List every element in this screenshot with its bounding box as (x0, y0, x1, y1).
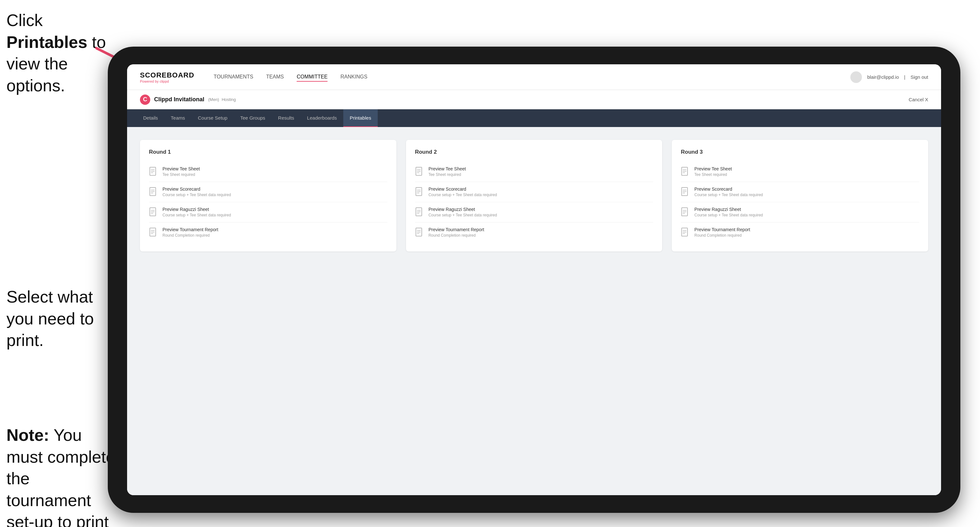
round-3-tee-sheet-subtitle: Tee Sheet required (694, 172, 732, 177)
round-1-scorecard-title: Preview Scorecard (162, 186, 231, 192)
tab-teams[interactable]: Teams (164, 110, 191, 127)
round-2-section: Round 2 Preview Tee Sheet Tee Sheet requ… (406, 140, 662, 251)
round-1-raguzzi-subtitle: Course setup + Tee Sheet data required (162, 213, 231, 217)
tab-details[interactable]: Details (137, 110, 164, 127)
rounds-grid: Round 1 Preview Tee Sheet Tee Sheet requ… (140, 140, 928, 251)
round-3-tournament-report[interactable]: Preview Tournament Report Round Completi… (681, 222, 919, 243)
document-icon-2 (149, 187, 158, 197)
round-2-scorecard[interactable]: Preview Scorecard Course setup + Tee She… (415, 182, 654, 202)
document-icon (149, 167, 158, 177)
note-bold: Note: (6, 426, 49, 444)
round-1-scorecard-text: Preview Scorecard Course setup + Tee She… (162, 186, 231, 197)
round-2-title: Round 2 (415, 149, 654, 155)
round-1-raguzzi[interactable]: Preview Raguzzi Sheet Course setup + Tee… (149, 202, 387, 222)
round-1-tee-sheet-text: Preview Tee Sheet Tee Sheet required (162, 166, 200, 177)
round-2-tournament-report-title: Preview Tournament Report (428, 227, 484, 232)
round-2-tournament-report[interactable]: Preview Tournament Report Round Completi… (415, 222, 654, 243)
round-3-tournament-report-title: Preview Tournament Report (694, 227, 750, 232)
tab-course-setup[interactable]: Course Setup (191, 110, 234, 127)
round-1-raguzzi-text: Preview Raguzzi Sheet Course setup + Tee… (162, 207, 231, 217)
round-2-tee-sheet-title: Preview Tee Sheet (428, 166, 466, 171)
round-1-tee-sheet-subtitle: Tee Sheet required (162, 172, 200, 177)
tournament-status: Hosting (222, 97, 236, 102)
top-nav: SCOREBOARD Powered by clippd TOURNAMENTS… (127, 64, 941, 90)
tab-results[interactable]: Results (272, 110, 301, 127)
cancel-button[interactable]: Cancel X (908, 97, 928, 102)
user-email: blair@clippd.io (867, 74, 899, 80)
round-2-tee-sheet-subtitle: Tee Sheet required (428, 172, 466, 177)
tournament-logo: C (140, 95, 150, 105)
round-1-tee-sheet-title: Preview Tee Sheet (162, 166, 200, 171)
round-1-title: Round 1 (149, 149, 387, 155)
document-icon-3 (149, 207, 158, 217)
round-2-scorecard-title: Preview Scorecard (428, 186, 497, 192)
tab-leaderboards[interactable]: Leaderboards (301, 110, 343, 127)
tournament-header: C Clippd Invitational (Men) Hosting Canc… (127, 90, 941, 110)
round-2-tee-sheet[interactable]: Preview Tee Sheet Tee Sheet required (415, 162, 654, 182)
round-2-tournament-report-subtitle: Round Completion required (428, 233, 484, 238)
round-1-raguzzi-title: Preview Raguzzi Sheet (162, 207, 231, 212)
scoreboard-title: SCOREBOARD (140, 71, 194, 79)
tab-printables[interactable]: Printables (343, 110, 378, 127)
doc-icon-r2-2 (415, 187, 424, 197)
round-3-scorecard-title: Preview Scorecard (694, 186, 763, 192)
doc-icon-r2-4 (415, 228, 424, 238)
round-3-scorecard[interactable]: Preview Scorecard Course setup + Tee She… (681, 182, 919, 202)
nav-rankings[interactable]: RANKINGS (340, 73, 368, 82)
tablet-screen: SCOREBOARD Powered by clippd TOURNAMENTS… (127, 64, 941, 495)
round-3-tee-sheet-title: Preview Tee Sheet (694, 166, 732, 171)
round-1-scorecard[interactable]: Preview Scorecard Course setup + Tee She… (149, 182, 387, 202)
doc-icon-r3-2 (681, 187, 690, 197)
document-icon-4 (149, 228, 158, 238)
round-3-tee-sheet[interactable]: Preview Tee Sheet Tee Sheet required (681, 162, 919, 182)
round-2-raguzzi[interactable]: Preview Raguzzi Sheet Course setup + Tee… (415, 202, 654, 222)
tournament-badge: (Men) (208, 97, 219, 102)
scoreboard-logo: SCOREBOARD Powered by clippd (140, 71, 194, 83)
round-2-raguzzi-subtitle: Course setup + Tee Sheet data required (428, 213, 497, 217)
round-3-title: Round 3 (681, 149, 919, 155)
nav-right: blair@clippd.io | Sign out (850, 71, 928, 83)
sign-out-link[interactable]: Sign out (910, 74, 928, 80)
nav-teams[interactable]: TEAMS (266, 73, 284, 82)
round-3-raguzzi-title: Preview Raguzzi Sheet (694, 207, 763, 212)
round-3-raguzzi[interactable]: Preview Raguzzi Sheet Course setup + Tee… (681, 202, 919, 222)
separator: | (904, 74, 905, 80)
doc-icon-r2-1 (415, 167, 424, 177)
round-3-scorecard-subtitle: Course setup + Tee Sheet data required (694, 193, 763, 197)
round-3-raguzzi-subtitle: Course setup + Tee Sheet data required (694, 213, 763, 217)
round-2-scorecard-subtitle: Course setup + Tee Sheet data required (428, 193, 497, 197)
nav-tournaments[interactable]: TOURNAMENTS (214, 73, 253, 82)
round-1-tee-sheet[interactable]: Preview Tee Sheet Tee Sheet required (149, 162, 387, 182)
main-content: Round 1 Preview Tee Sheet Tee Sheet requ… (127, 127, 941, 495)
powered-by: Powered by clippd (140, 79, 194, 83)
user-avatar (850, 71, 862, 83)
round-1-tournament-report-title: Preview Tournament Report (162, 227, 218, 232)
instruction-middle: Select what you need to print. (6, 286, 110, 351)
round-1-tournament-report[interactable]: Preview Tournament Report Round Completi… (149, 222, 387, 243)
printables-bold: Printables (6, 33, 87, 51)
tablet: SCOREBOARD Powered by clippd TOURNAMENTS… (108, 47, 960, 513)
tournament-name: Clippd Invitational (154, 96, 204, 103)
doc-icon-r3-1 (681, 167, 690, 177)
doc-icon-r2-3 (415, 207, 424, 217)
round-3-tournament-report-subtitle: Round Completion required (694, 233, 750, 238)
main-nav: TOURNAMENTS TEAMS COMMITTEE RANKINGS (214, 73, 851, 82)
instruction-bottom: Note: You must complete the tournament s… (6, 424, 116, 527)
round-1-section: Round 1 Preview Tee Sheet Tee Sheet requ… (140, 140, 396, 251)
round-2-raguzzi-title: Preview Raguzzi Sheet (428, 207, 497, 212)
tab-tee-groups[interactable]: Tee Groups (234, 110, 272, 127)
sub-nav: Details Teams Course Setup Tee Groups Re… (127, 110, 941, 127)
round-1-tournament-report-text: Preview Tournament Report Round Completi… (162, 227, 218, 238)
nav-committee[interactable]: COMMITTEE (297, 73, 328, 82)
doc-icon-r3-3 (681, 207, 690, 217)
round-1-tournament-report-subtitle: Round Completion required (162, 233, 218, 238)
round-3-section: Round 3 Preview Tee Sheet Tee Sheet requ… (672, 140, 928, 251)
round-1-scorecard-subtitle: Course setup + Tee Sheet data required (162, 193, 231, 197)
doc-icon-r3-4 (681, 228, 690, 238)
